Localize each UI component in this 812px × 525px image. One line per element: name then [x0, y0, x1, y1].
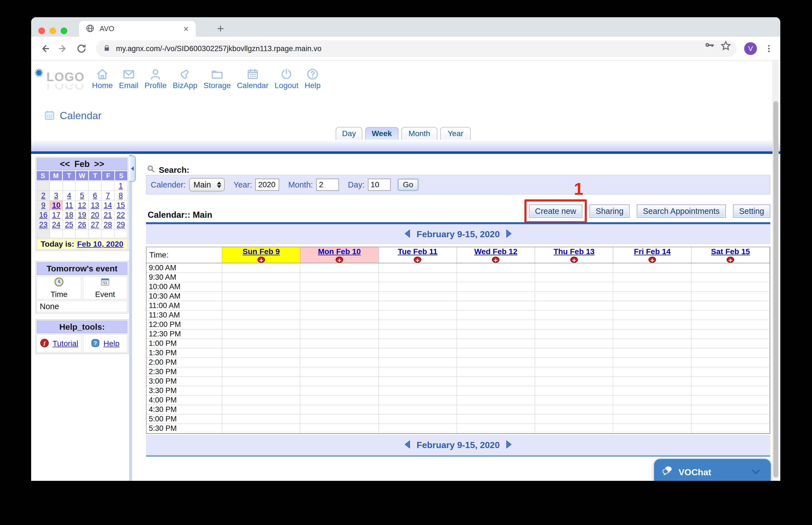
- time-slot[interactable]: [613, 377, 691, 386]
- browser-tab[interactable]: AVO: [79, 21, 196, 37]
- time-slot[interactable]: [535, 263, 613, 273]
- mini-calendar-day[interactable]: 3: [50, 191, 62, 200]
- mini-calendar-day[interactable]: 24: [50, 220, 62, 230]
- nav-item-bizapp[interactable]: BizApp: [173, 68, 198, 90]
- time-slot[interactable]: [457, 339, 535, 348]
- browser-menu-icon[interactable]: [762, 42, 776, 56]
- day-input[interactable]: [368, 179, 391, 191]
- time-slot[interactable]: [222, 292, 300, 301]
- new-tab-button[interactable]: [216, 24, 225, 33]
- time-slot[interactable]: [692, 301, 770, 311]
- day-link[interactable]: Thu Feb 13: [553, 247, 595, 256]
- time-slot[interactable]: [300, 405, 378, 415]
- mini-calendar-day[interactable]: 12: [76, 200, 88, 210]
- forward-button[interactable]: [56, 42, 70, 56]
- time-slot[interactable]: [613, 320, 691, 329]
- add-appointment-icon[interactable]: [727, 257, 734, 263]
- time-slot[interactable]: [692, 405, 770, 415]
- time-slot[interactable]: [222, 320, 300, 329]
- time-slot[interactable]: [692, 320, 770, 329]
- mini-calendar-day[interactable]: 28: [102, 220, 114, 230]
- today-link[interactable]: Feb 10, 2020: [77, 240, 124, 249]
- search-appointments-button[interactable]: Search Appointments: [637, 205, 726, 218]
- time-slot[interactable]: [457, 311, 535, 320]
- time-slot[interactable]: [222, 415, 300, 424]
- time-slot[interactable]: [379, 311, 457, 320]
- add-appointment-icon[interactable]: [258, 257, 265, 263]
- prev-month-button[interactable]: <<: [60, 159, 70, 169]
- next-week-button[interactable]: [505, 440, 512, 450]
- minimize-window-button[interactable]: [49, 28, 56, 34]
- mini-calendar-day[interactable]: 21: [102, 210, 114, 220]
- time-slot[interactable]: [300, 348, 378, 358]
- time-slot[interactable]: [222, 301, 300, 311]
- time-slot[interactable]: [613, 348, 691, 358]
- time-slot[interactable]: [692, 282, 770, 292]
- nav-item-logout[interactable]: Logout: [275, 68, 299, 90]
- mini-calendar-day[interactable]: 1: [115, 181, 127, 191]
- zoom-window-button[interactable]: [61, 28, 67, 34]
- tab-year[interactable]: Year: [440, 127, 471, 140]
- time-slot[interactable]: [222, 348, 300, 358]
- time-slot[interactable]: [535, 320, 613, 329]
- time-slot[interactable]: [222, 311, 300, 320]
- time-slot[interactable]: [300, 320, 378, 329]
- time-slot[interactable]: [379, 273, 457, 282]
- mini-calendar-day[interactable]: 17: [50, 210, 62, 220]
- go-button[interactable]: Go: [398, 179, 418, 191]
- time-slot[interactable]: [535, 405, 613, 415]
- nav-item-email[interactable]: Email: [119, 68, 139, 90]
- time-slot[interactable]: [457, 329, 535, 339]
- time-slot[interactable]: [613, 415, 691, 424]
- vochat-widget[interactable]: VOChat: [654, 459, 771, 481]
- time-slot[interactable]: [300, 282, 378, 292]
- time-slot[interactable]: [692, 339, 770, 348]
- sharing-button[interactable]: Sharing: [590, 205, 629, 218]
- time-slot[interactable]: [613, 367, 691, 377]
- time-slot[interactable]: [535, 292, 613, 301]
- day-link[interactable]: Fri Feb 14: [634, 247, 670, 256]
- day-link[interactable]: Mon Feb 10: [318, 247, 361, 256]
- time-slot[interactable]: [457, 320, 535, 329]
- mini-calendar-day[interactable]: 5: [76, 191, 88, 200]
- time-slot[interactable]: [379, 415, 457, 424]
- time-slot[interactable]: [379, 329, 457, 339]
- tutorial-link[interactable]: Tutorial: [53, 339, 78, 348]
- time-slot[interactable]: [457, 348, 535, 358]
- time-slot[interactable]: [457, 415, 535, 424]
- time-slot[interactable]: [222, 395, 300, 405]
- time-slot[interactable]: [379, 405, 457, 415]
- nav-item-profile[interactable]: Profile: [145, 68, 166, 90]
- time-slot[interactable]: [379, 339, 457, 348]
- time-slot[interactable]: [613, 358, 691, 367]
- time-slot[interactable]: [613, 273, 691, 282]
- add-appointment-icon[interactable]: [414, 257, 421, 263]
- time-slot[interactable]: [535, 282, 613, 292]
- time-slot[interactable]: [300, 329, 378, 339]
- mini-calendar-day[interactable]: 4: [63, 191, 76, 200]
- time-slot[interactable]: [222, 377, 300, 386]
- time-slot[interactable]: [222, 405, 300, 415]
- time-slot[interactable]: [300, 301, 378, 311]
- bookmark-star-icon[interactable]: [720, 40, 731, 52]
- time-slot[interactable]: [379, 263, 457, 273]
- time-slot[interactable]: [692, 395, 770, 405]
- mini-calendar-day[interactable]: 26: [76, 220, 88, 230]
- time-slot[interactable]: [379, 377, 457, 386]
- prev-week-button[interactable]: [404, 229, 411, 239]
- prev-week-button[interactable]: [404, 440, 411, 450]
- time-slot[interactable]: [692, 329, 770, 339]
- time-slot[interactable]: [222, 282, 300, 292]
- close-window-button[interactable]: [38, 28, 45, 34]
- time-slot[interactable]: [535, 377, 613, 386]
- page-scrollbar[interactable]: [772, 61, 779, 481]
- time-slot[interactable]: [300, 386, 378, 395]
- time-slot[interactable]: [300, 367, 378, 377]
- time-slot[interactable]: [535, 339, 613, 348]
- time-slot[interactable]: [535, 386, 613, 395]
- time-slot[interactable]: [222, 358, 300, 367]
- day-link[interactable]: Sun Feb 9: [243, 247, 280, 256]
- time-slot[interactable]: [300, 311, 378, 320]
- time-slot[interactable]: [535, 273, 613, 282]
- time-slot[interactable]: [613, 292, 691, 301]
